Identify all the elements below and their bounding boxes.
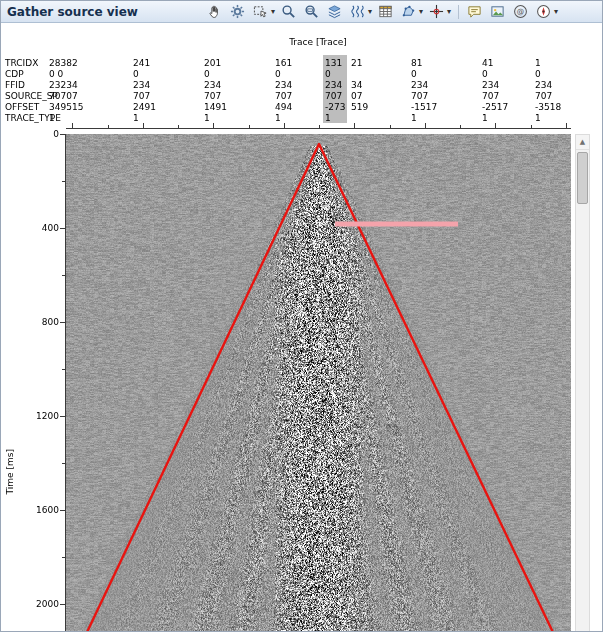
trace-axis-line: [66, 128, 571, 129]
header-cell: 41: [482, 58, 493, 68]
header-cell: 1: [204, 113, 210, 123]
vertical-scrollbar[interactable]: ▲: [575, 134, 590, 632]
header-row-label-source-sp: SOURCE_SP: [5, 91, 58, 101]
header-cell: 707: [275, 91, 292, 101]
up-arrow-icon: ▲: [580, 138, 585, 146]
header-cell-selected: 707: [325, 91, 342, 101]
time-tick-label: 400: [27, 223, 59, 233]
header-cell: 0: [275, 69, 281, 79]
header-cell: -2517: [482, 102, 508, 112]
trace-minor-tick: [319, 125, 320, 128]
trace-tick: [284, 123, 285, 128]
time-axis-title: Time [ms]: [5, 449, 15, 494]
trace-minor-tick: [390, 125, 391, 128]
crosshair-dropdown-caret[interactable]: ▾: [447, 7, 451, 16]
picks-polygon-dropdown-caret[interactable]: ▾: [419, 7, 423, 16]
header-cell: 161: [275, 58, 292, 68]
window-title: Gather source view: [7, 5, 138, 19]
header-cell: 707: [204, 91, 221, 101]
header-cell-selected: -273: [325, 102, 345, 112]
header-cell: 0: [482, 69, 488, 79]
header-cell: 494: [275, 102, 292, 112]
trace-tick: [72, 123, 73, 128]
compass-dropdown-caret[interactable]: ▾: [554, 7, 558, 16]
header-cell: 1491: [204, 102, 227, 112]
header-cell: 1: [49, 113, 55, 123]
zoom-area-icon[interactable]: [303, 3, 321, 21]
time-tick-label: 2000: [27, 599, 59, 609]
header-row-label-trace-type: TRACE_TYPE: [5, 113, 61, 123]
header-cell: 1: [411, 113, 417, 123]
selected-trace-highlight: [323, 55, 347, 123]
header-cell: 241: [133, 58, 150, 68]
toolbar: ▾▾▾▾@▾: [206, 3, 596, 21]
header-row-label-offset: OFFSET: [5, 102, 39, 112]
trace-tick: [143, 123, 144, 128]
header-cell: 2491: [133, 102, 156, 112]
settings-gear-icon[interactable]: [229, 3, 247, 21]
selection-mode-dropdown-caret[interactable]: ▾: [271, 7, 275, 16]
header-cell: 1: [535, 58, 541, 68]
header-cell: 1: [535, 113, 541, 123]
crosshair-icon[interactable]: [428, 3, 446, 21]
selection-mode-icon[interactable]: [252, 3, 270, 21]
toolbar-separator: [458, 5, 459, 19]
header-cell: 81: [411, 58, 422, 68]
header-cell: 707: [133, 91, 150, 101]
header-cell: 0 0: [49, 69, 63, 79]
header-row-label-cdp: CDP: [5, 69, 24, 79]
trace-tick: [213, 123, 214, 128]
header-cell: 707: [482, 91, 499, 101]
seismic-canvas[interactable]: [66, 134, 571, 632]
header-cell-remainder: 34: [351, 80, 362, 90]
header-cell: 23234: [49, 80, 78, 90]
compass-icon[interactable]: [535, 3, 553, 21]
header-row-label-ffid: FFID: [5, 80, 25, 90]
header-cell: 0: [535, 69, 541, 79]
header-cell: 0: [411, 69, 417, 79]
layers-icon[interactable]: [326, 3, 344, 21]
header-cell-selected: 131: [325, 58, 342, 68]
trace-minor-tick: [531, 125, 532, 128]
spreadsheet-icon[interactable]: [377, 3, 395, 21]
header-row-label-trcidx: TRCIDX: [5, 58, 38, 68]
zoom-icon[interactable]: [280, 3, 298, 21]
scrollbar-up-button[interactable]: ▲: [576, 135, 589, 150]
svg-text:@: @: [517, 7, 525, 16]
header-cell: -1517: [411, 102, 437, 112]
picks-polygon-icon[interactable]: [400, 3, 418, 21]
gather-source-view-window: Gather source view ▾▾▾▾@▾ Trace [Trace] …: [0, 0, 603, 632]
pan-hand-icon[interactable]: [206, 3, 224, 21]
header-cell: 0: [204, 69, 210, 79]
header-cell: 28382: [49, 58, 78, 68]
header-cell-selected: 1: [325, 113, 331, 123]
header-cell: 1: [482, 113, 488, 123]
comment-icon[interactable]: [466, 3, 484, 21]
header-cell: 201: [204, 58, 221, 68]
window-titlebar[interactable]: Gather source view ▾▾▾▾@▾: [1, 1, 602, 23]
trace-tick: [495, 123, 496, 128]
export-image-icon[interactable]: [489, 3, 507, 21]
wiggle-display-dropdown-caret[interactable]: ▾: [368, 7, 372, 16]
header-cell-remainder: 07: [351, 91, 362, 101]
header-cell: -3518: [535, 102, 561, 112]
trace-minor-tick: [460, 125, 461, 128]
scrollbar-thumb[interactable]: [577, 152, 588, 204]
header-cell: 349515: [49, 102, 83, 112]
header-cell: 70707: [49, 91, 78, 101]
trace-minor-tick: [178, 125, 179, 128]
header-cell: 234: [411, 80, 428, 90]
header-cell-selected: 0: [325, 69, 331, 79]
trace-tick: [425, 123, 426, 128]
header-cell-selected: 234: [325, 80, 342, 90]
header-cell: 707: [411, 91, 428, 101]
header-cell: 1: [133, 113, 139, 123]
time-tick-label: 1600: [27, 505, 59, 515]
wiggle-display-icon[interactable]: [349, 3, 367, 21]
header-cell: 0: [133, 69, 139, 79]
trace-minor-tick: [249, 125, 250, 128]
trace-tick: [566, 123, 567, 128]
annotation-icon[interactable]: @: [512, 3, 530, 21]
header-cell: 1: [275, 113, 281, 123]
header-cell: 234: [133, 80, 150, 90]
